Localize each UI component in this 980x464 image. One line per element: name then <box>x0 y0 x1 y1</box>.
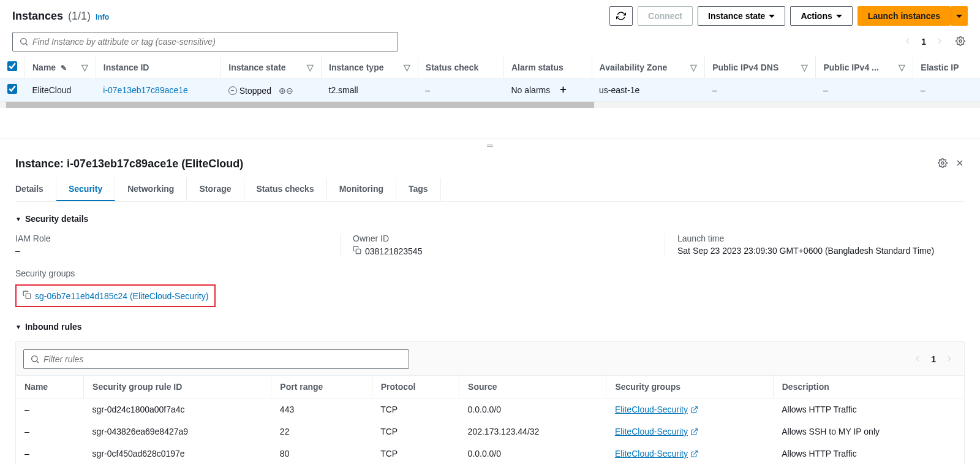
rule-sg-link[interactable]: EliteCloud-Security <box>615 427 698 436</box>
copy-icon[interactable] <box>353 246 361 256</box>
collapse-icon: ▼ <box>15 216 21 222</box>
rules-col-sg[interactable]: Security groups <box>606 376 773 398</box>
stopped-icon: − <box>228 86 237 95</box>
security-group-link[interactable]: sg-06b7e11eb4d185c24 (EliteCloud-Securit… <box>35 291 208 301</box>
rule-name: – <box>16 398 84 421</box>
owner-id-label: Owner ID <box>353 234 640 243</box>
instance-id-link[interactable]: i-07e13eb17c89ace1e <box>103 85 188 95</box>
rule-source: 0.0.0.0/0 <box>459 443 606 464</box>
prev-page-button[interactable] <box>900 34 915 50</box>
instances-table-wrap: Name ▽ Instance ID Instance state▽ Insta… <box>0 56 980 102</box>
detail-settings-button[interactable] <box>938 158 948 170</box>
external-link-icon <box>690 428 698 436</box>
page-title: Instances <box>12 10 63 23</box>
launch-instances-caret[interactable] <box>951 6 968 26</box>
svg-point-2 <box>959 40 962 42</box>
add-alarm-button[interactable]: + <box>560 83 567 96</box>
svg-line-1 <box>26 44 28 45</box>
rule-protocol: TCP <box>372 398 459 421</box>
next-page-button[interactable] <box>932 34 947 50</box>
instance-state-button[interactable]: Instance state <box>698 6 785 26</box>
detail-tabs: Details Security Networking Storage Stat… <box>15 178 965 202</box>
rules-col-desc[interactable]: Description <box>773 376 964 398</box>
rule-desc: Allows HTTP Traffic <box>773 398 964 421</box>
page-number: 1 <box>921 37 926 47</box>
rules-table: Name Security group rule ID Port range P… <box>16 375 964 464</box>
search-icon <box>30 354 40 364</box>
rule-id: sgr-0cf450ad628c0197e <box>84 443 271 464</box>
svg-line-10 <box>693 406 697 410</box>
rules-col-name[interactable]: Name <box>16 376 84 398</box>
caret-down-icon <box>956 15 962 18</box>
search-input[interactable] <box>32 37 391 47</box>
tab-networking[interactable]: Networking <box>115 178 187 201</box>
rule-sg-link[interactable]: EliteCloud-Security <box>615 405 698 414</box>
tab-status-checks[interactable]: Status checks <box>244 178 327 201</box>
cell-type: t2.small <box>322 78 418 102</box>
cell-eip: – <box>913 78 980 102</box>
col-alarm-status[interactable]: Alarm status <box>503 56 592 78</box>
tab-storage[interactable]: Storage <box>187 178 244 201</box>
security-group-highlight: sg-06b7e11eb4d185c24 (EliteCloud-Securit… <box>15 284 216 307</box>
rule-port: 80 <box>271 443 372 464</box>
search-icon <box>19 37 29 47</box>
launch-time-value: Sat Sep 23 2023 23:09:30 GMT+0600 (Bangl… <box>677 246 965 256</box>
info-link[interactable]: Info <box>96 13 109 21</box>
col-az[interactable]: Availability Zone▽ <box>592 56 705 78</box>
col-dns[interactable]: Public IPv4 DNS▽ <box>705 56 816 78</box>
inbound-rules-header[interactable]: ▼ Inbound rules <box>15 322 965 332</box>
col-instance-type[interactable]: Instance type▽ <box>322 56 418 78</box>
svg-point-3 <box>941 162 944 164</box>
rule-sg-link[interactable]: EliteCloud-Security <box>615 449 698 458</box>
panel-splitter[interactable]: ═ <box>0 139 980 151</box>
inbound-rules-section: 1 Name Security group rule ID Port range… <box>15 341 965 464</box>
copy-icon[interactable] <box>23 291 31 301</box>
caret-down-icon <box>836 15 842 18</box>
instances-table: Name ▽ Instance ID Instance state▽ Insta… <box>0 56 980 102</box>
select-all-checkbox[interactable] <box>7 61 17 71</box>
col-status-check[interactable]: Status check <box>418 56 503 78</box>
cell-name: EliteCloud <box>25 78 96 102</box>
col-ipv4[interactable]: Public IPv4 ...▽ <box>816 56 913 78</box>
cell-alarm: No alarms + <box>503 78 592 102</box>
rules-col-protocol[interactable]: Protocol <box>372 376 459 398</box>
rules-col-port[interactable]: Port range <box>271 376 372 398</box>
row-checkbox[interactable] <box>7 84 17 94</box>
search-box[interactable] <box>12 32 398 51</box>
rule-port: 22 <box>271 420 372 443</box>
rule-row[interactable]: – sgr-043826ea69e8427a9 22 TCP 202.173.1… <box>16 420 964 443</box>
col-instance-id[interactable]: Instance ID <box>96 56 221 78</box>
rules-page-number: 1 <box>931 354 936 364</box>
settings-button[interactable] <box>953 34 968 50</box>
col-elastic-ip[interactable]: Elastic IP <box>913 56 980 78</box>
tab-monitoring[interactable]: Monitoring <box>327 178 396 201</box>
tab-details[interactable]: Details <box>15 178 56 201</box>
filter-box[interactable] <box>23 349 409 369</box>
rules-col-source[interactable]: Source <box>459 376 606 398</box>
table-row[interactable]: EliteCloud i-07e13eb17c89ace1e − Stopped… <box>0 78 980 102</box>
rule-row[interactable]: – sgr-0cf450ad628c0197e 80 TCP 0.0.0.0/0… <box>16 443 964 464</box>
rule-row[interactable]: – sgr-0d24c1800a00f7a4c 443 TCP 0.0.0.0/… <box>16 398 964 421</box>
instance-count: (1/1) <box>68 10 91 23</box>
tab-tags[interactable]: Tags <box>396 178 441 201</box>
tab-security[interactable]: Security <box>56 178 115 201</box>
actions-button[interactable]: Actions <box>790 6 852 26</box>
zoom-icons[interactable]: ⊕⊖ <box>279 86 293 96</box>
cell-ipv4: – <box>816 78 913 102</box>
rules-col-id[interactable]: Security group rule ID <box>84 376 271 398</box>
rules-prev-page[interactable] <box>910 351 925 368</box>
connect-button: Connect <box>638 6 693 26</box>
filter-input[interactable] <box>43 354 402 364</box>
horizontal-scrollbar[interactable] <box>0 102 980 108</box>
launch-instances-button[interactable]: Launch instances <box>858 6 951 26</box>
col-name[interactable]: Name ▽ <box>25 56 96 78</box>
rule-protocol: TCP <box>372 443 459 464</box>
security-details-header[interactable]: ▼ Security details <box>15 214 965 224</box>
svg-line-11 <box>693 428 697 432</box>
close-detail-button[interactable] <box>955 158 965 170</box>
col-instance-state[interactable]: Instance state▽ <box>221 56 322 78</box>
rule-name: – <box>16 420 84 443</box>
rules-next-page[interactable] <box>942 351 957 368</box>
rule-desc: Allows SSH to MY IP only <box>773 420 964 443</box>
refresh-button[interactable] <box>609 6 633 26</box>
